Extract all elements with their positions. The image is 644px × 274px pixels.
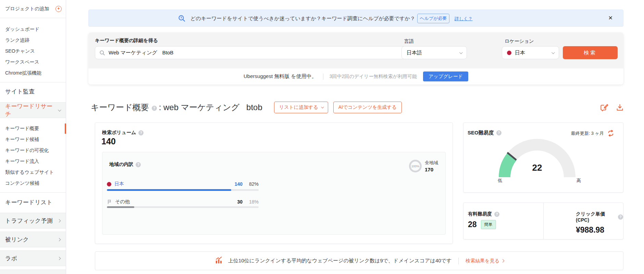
sidebar-item-site-audit[interactable]: サイト監査 — [0, 88, 66, 95]
seo-difficulty-label: SEO難易度 — [468, 130, 501, 136]
keyword-input-wrap — [95, 46, 425, 59]
keyword-overview-page: プロジェクトの追加 + ダッシュボード ランク追跡 SEOチャンス ワークスペー… — [0, 0, 644, 274]
sidebar-item-workspace[interactable]: ワークスペース — [0, 58, 66, 66]
paid-difficulty-cpc-card: 有料難易度 28 簡単 クリック単価(CPC) ¥988.98 — [463, 203, 623, 239]
ai-generate-button[interactable]: AIでコンテンツを生成する — [333, 102, 402, 113]
close-icon[interactable]: ✕ — [608, 15, 613, 21]
sidebar-section-labs[interactable]: ラボ — [0, 250, 66, 266]
keyword-overview-label: キーワード概要 — [5, 126, 39, 132]
all-regions-summary: 100% 全地域 170 — [409, 160, 438, 172]
sidebar-item-rank-tracking[interactable]: ランク追跡 — [0, 37, 66, 44]
ai-generate-label: AIでコンテンツを生成する — [338, 104, 397, 110]
divider — [458, 258, 459, 264]
sidebar-section-traffic-estimation[interactable]: トラフィック予測 — [0, 213, 66, 229]
sidebar-item-content-ideas[interactable]: コンテンツ候補 — [0, 180, 66, 187]
sidebar-item-dashboard[interactable]: ダッシュボード — [0, 26, 66, 33]
sidebar-item-keyword-list[interactable]: キーワードリスト — [0, 198, 66, 206]
learn-more-link[interactable]: 詳しく？ — [455, 16, 473, 22]
sidebar-section-keyword-research[interactable]: キーワードリサーチ — [0, 102, 66, 118]
sidebar-item-keyword-ideas[interactable]: キーワード候補 — [0, 136, 66, 143]
add-project-label: プロジェクトの追加 — [5, 6, 49, 12]
chevron-down-icon — [459, 51, 463, 54]
divider — [0, 18, 66, 18]
plus-circle-icon[interactable]: + — [55, 6, 62, 12]
region-value: 140 — [235, 181, 243, 187]
chevron-down-icon — [321, 105, 324, 108]
region-bar-fill — [107, 189, 231, 191]
chevron-down-icon — [552, 51, 555, 54]
sidebar-item-chrome-extension[interactable]: Chrome拡張機能 — [0, 69, 66, 77]
need-help-button[interactable]: ヘルプが必要 — [417, 14, 449, 23]
chevron-right-icon — [58, 257, 61, 260]
sidebar-section-backlinks[interactable]: 被リンク — [0, 232, 66, 247]
search-button[interactable]: 検索 — [563, 46, 618, 59]
view-search-results-link[interactable]: 検索結果を見る — [466, 258, 504, 264]
search-volume-value: 140 — [101, 136, 116, 146]
all-regions-value: 170 — [425, 167, 438, 172]
gauge-high-label: 高 — [577, 178, 581, 184]
page-heading: キーワード概要 : web マーケティング btob リストに追加する AIでコ… — [91, 101, 624, 114]
search-volume-card: 検索ボリューム 140 地域の内訳 100% 全地域 170 日本 — [95, 122, 453, 244]
japan-flag-icon — [507, 51, 511, 55]
help-badge-icon[interactable] — [138, 130, 144, 135]
refresh-icon[interactable] — [607, 130, 615, 136]
language-select[interactable]: 日本語 — [401, 46, 467, 59]
help-badge-icon[interactable] — [152, 106, 157, 111]
seo-difficulty-value: 22 — [496, 162, 578, 173]
search-form-label: キーワード概要の詳細を得る — [95, 38, 158, 44]
cpc-value: ¥988.98 — [576, 225, 604, 235]
region-title-text: 地域の内訳 — [109, 161, 133, 168]
cpc-block: クリック単価(CPC) ¥988.98 — [543, 203, 623, 239]
edit-note-icon[interactable] — [600, 103, 609, 112]
keyword-search-input[interactable] — [109, 50, 420, 56]
heading-actions — [600, 103, 624, 112]
seo-difficulty-label-text: SEO難易度 — [468, 130, 494, 136]
help-banner: ? どのキーワードをサイトで使うべきか迷っていますか？キーワード調査にヘルプが必… — [88, 10, 623, 27]
sidebar-item-keyword-overview[interactable]: キーワード概要 — [0, 125, 66, 132]
traffic-estimation-label: トラフィック予測 — [5, 217, 52, 225]
plan-status-bar: Ubersuggest 無料版 を使用中。 3回中2回のデイリー無料検索が利用可… — [88, 68, 623, 84]
add-to-list-button[interactable]: リストに追加する — [274, 102, 328, 113]
help-badge-icon[interactable] — [618, 214, 623, 220]
svg-text:?: ? — [180, 16, 182, 19]
last-updated: 最終更新: 3 ヶ月 — [571, 130, 615, 136]
chevron-right-icon — [58, 219, 61, 222]
region-bar-japan — [107, 189, 259, 191]
region-percent: 18% — [246, 199, 259, 205]
location-label: ロケーション — [505, 38, 534, 44]
region-bar-other — [107, 206, 259, 208]
search-volume-label-text: 検索ボリューム — [102, 130, 136, 136]
flag-icon — [107, 199, 112, 205]
location-select[interactable]: 日本 — [502, 46, 559, 59]
region-percent: 82% — [246, 181, 259, 187]
region-breakdown-title: 地域の内訳 — [109, 161, 141, 168]
sidebar-item-keywords-by-traffic[interactable]: キーワード流入 — [0, 158, 66, 165]
sidebar-section-partial — [0, 270, 66, 274]
region-value: 30 — [237, 199, 243, 205]
page-title: キーワード概要 — [91, 102, 149, 113]
plan-quota-text: 3回中2回のデイリー無料検索が利用可能 — [330, 74, 417, 80]
seo-difficulty-card: SEO難易度 最終更新: 3 ヶ月 22 低 高 — [463, 122, 623, 193]
search-icon — [99, 50, 105, 56]
query-text-2: btob — [246, 103, 262, 112]
seo-difficulty-gauge — [496, 136, 578, 181]
sidebar-item-similar-websites[interactable]: 類似するウェブサイト — [0, 169, 66, 176]
cpc-label-text: クリック単価(CPC) — [576, 211, 616, 223]
help-badge-icon[interactable] — [494, 212, 499, 217]
download-icon[interactable] — [616, 103, 624, 112]
sidebar-item-seo-opportunity[interactable]: SEOチャンス — [0, 48, 66, 55]
japan-flag-icon — [107, 182, 111, 186]
help-badge-icon[interactable] — [496, 130, 501, 135]
region-name-japan[interactable]: 日本 — [114, 181, 124, 187]
view-search-results-label: 検索結果を見る — [466, 258, 499, 264]
upgrade-button[interactable]: アップグレード — [423, 71, 468, 81]
backlinks-insight-bar: 上位10位にランクインする平均的なウェブページの被リンク数は9で、ドメインスコア… — [95, 251, 623, 270]
region-row-other: その他 30 18% — [107, 198, 259, 206]
chevron-right-icon — [58, 238, 61, 241]
help-badge-icon[interactable] — [136, 162, 141, 167]
paid-difficulty-block: 有料難易度 28 簡単 — [463, 203, 543, 239]
banner-message: どのキーワードをサイトで使うべきか迷っていますか？キーワード調査にヘルプが必要で… — [190, 15, 415, 22]
bar-chart-icon — [214, 256, 223, 266]
sidebar-add-project[interactable]: プロジェクトの追加 + — [0, 5, 66, 13]
sidebar-item-keyword-visualization[interactable]: キーワードの可視化 — [0, 147, 66, 154]
